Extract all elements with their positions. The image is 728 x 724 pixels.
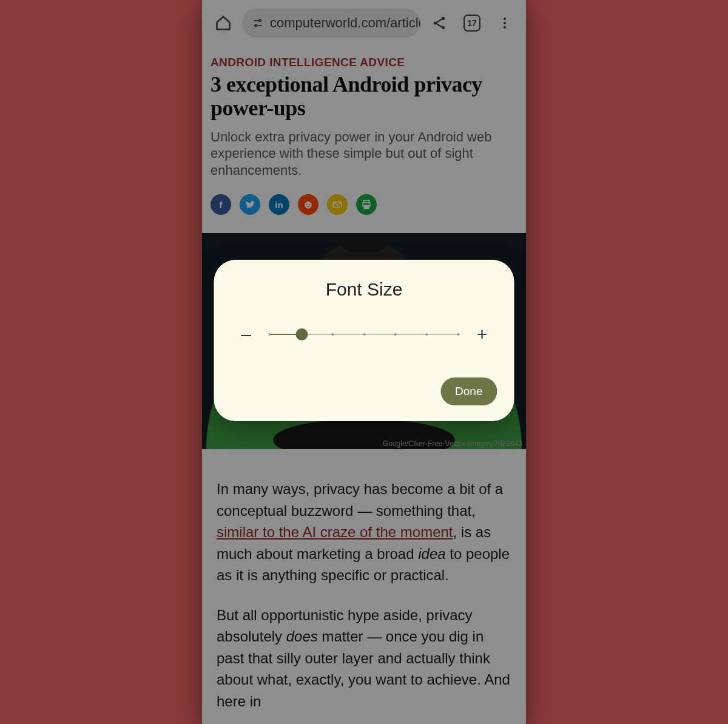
slider-thumb[interactable] [295, 328, 308, 340]
svg-point-9 [306, 204, 307, 205]
svg-point-5 [504, 18, 506, 20]
svg-point-7 [504, 26, 506, 29]
article-headline: 3 exceptional Android privacy power-ups [211, 73, 517, 120]
url-text: computerworld.com/article/3 [270, 15, 420, 31]
svg-rect-14 [364, 206, 369, 209]
svg-point-6 [504, 22, 506, 24]
url-bar[interactable]: computerworld.com/article/3 [242, 8, 420, 38]
overflow-menu-icon[interactable] [491, 9, 519, 37]
increase-font-button[interactable]: + [473, 325, 491, 343]
body-link[interactable]: similar to the AI craze of the moment [217, 524, 453, 540]
twitter-icon[interactable] [240, 194, 260, 215]
font-size-slider-row: – + [231, 325, 497, 343]
article-body: In many ways, privacy has become a bit o… [202, 449, 526, 724]
dialog-title: Font Size [231, 279, 497, 300]
article-kicker: ANDROID INTELLIGENCE ADVICE [211, 56, 517, 69]
tabs-button[interactable]: 17 [458, 9, 486, 37]
share-icon[interactable] [425, 9, 453, 37]
done-button[interactable]: Done [440, 377, 497, 405]
article-dek: Unlock extra privacy power in your Andro… [211, 129, 517, 179]
svg-point-1 [255, 25, 257, 27]
svg-point-8 [305, 201, 312, 209]
tab-count-badge: 17 [463, 15, 480, 32]
font-size-dialog: Font Size – + Done [214, 260, 514, 421]
body-paragraph: But all opportunistic hype aside, privac… [217, 604, 511, 712]
home-icon[interactable] [209, 9, 237, 37]
decrease-font-button[interactable]: – [237, 325, 255, 343]
image-credit: Google/Clker-Free-Vector-Images/7089643 [383, 439, 522, 448]
svg-point-10 [309, 204, 310, 205]
linkedin-icon[interactable]: in [269, 194, 289, 215]
article-header: ANDROID INTELLIGENCE ADVICE 3 exceptiona… [202, 46, 526, 215]
facebook-icon[interactable]: f [211, 194, 231, 215]
font-size-slider[interactable] [270, 328, 459, 340]
browser-toolbar: computerworld.com/article/3 17 [202, 0, 526, 46]
svg-point-0 [259, 19, 261, 21]
reddit-icon[interactable] [298, 194, 318, 215]
body-paragraph: In many ways, privacy has become a bit o… [217, 478, 511, 586]
print-icon[interactable] [356, 194, 377, 215]
social-share-row: f in [211, 194, 517, 215]
phone-frame: computerworld.com/article/3 17 ANDROID I… [202, 0, 526, 724]
site-settings-icon[interactable] [252, 16, 264, 30]
email-icon[interactable] [327, 194, 348, 215]
